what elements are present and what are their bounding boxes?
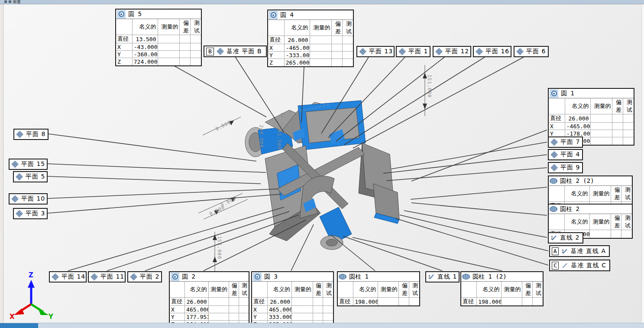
- title-bar: 标签: [0, 0, 644, 4]
- cylinder-icon: [462, 274, 470, 279]
- col-measured: 测量的: [158, 19, 180, 35]
- callout-plane-9[interactable]: 平面 9: [548, 162, 583, 173]
- measurement-table: 名义的测量的偏差测试 直径26.000 X465.000 Y333.000 Z2…: [252, 282, 333, 328]
- y-axis-arrow: [38, 309, 49, 315]
- cad-model[interactable]: Z: [245, 101, 399, 250]
- callout-title: 圆 4: [280, 11, 294, 19]
- callout-label: 基准 平面 B: [227, 48, 262, 55]
- plane-icon: [516, 48, 524, 55]
- slash-line-icon: [561, 262, 568, 269]
- callout-plane-12[interactable]: 平面 12: [433, 46, 471, 57]
- left-panel-edge[interactable]: [0, 4, 3, 323]
- callout-circle-3[interactable]: 圆 3 名义的测量的偏差测试 直径26.000 X465.000 Y333.00…: [251, 271, 334, 328]
- callout-label: 直线 1: [437, 273, 457, 281]
- callout-title: 圆柱 2: [560, 205, 579, 213]
- callout-label: 平面 1: [408, 48, 428, 55]
- dim-151-top: 151.000: [427, 75, 432, 97]
- plane-icon: [550, 151, 558, 159]
- cylinder-icon: [550, 206, 557, 212]
- callout-plane-6[interactable]: 平面 6: [514, 46, 549, 57]
- value-x: -43.000: [132, 43, 158, 51]
- callout-plane-15[interactable]: 平面 15: [9, 159, 48, 170]
- plane-icon: [550, 164, 558, 172]
- callout-line-1[interactable]: 直线 1: [425, 271, 460, 283]
- callout-plane-3[interactable]: 平面 3: [13, 208, 48, 219]
- col-nominal: 名义的: [132, 19, 158, 35]
- cylinder-icon: [339, 274, 346, 279]
- callout-plane-4[interactable]: 平面 4: [548, 149, 583, 160]
- plane-icon: [359, 48, 366, 55]
- plane-icon: [398, 48, 406, 55]
- application-window: 标签: [0, 0, 644, 328]
- callout-label: 平面 9: [560, 164, 580, 172]
- callout-label: 平面 12: [445, 48, 469, 55]
- callout-plane-8[interactable]: 平面 8: [13, 129, 49, 140]
- axis-triad: Z X Y: [9, 271, 54, 320]
- datum-letter-box: B: [206, 48, 214, 55]
- z-axis-arrow: [28, 280, 35, 288]
- callout-label: 平面 5: [26, 173, 45, 181]
- callout-plane-5[interactable]: 平面 5: [13, 171, 48, 182]
- tab-icon: [9, 0, 11, 3]
- callout-label: 平面 4: [560, 151, 580, 159]
- callout-label: 平面 10: [21, 195, 45, 203]
- col-deviation: 偏差: [180, 19, 191, 35]
- circle-icon: [117, 10, 126, 19]
- callout-label: 基准 直线 A: [571, 247, 606, 255]
- plane-icon: [16, 210, 23, 218]
- callout-line-2[interactable]: 直线 2: [548, 232, 583, 244]
- plane-icon: [91, 273, 98, 281]
- dim-0-low: 0.000: [208, 205, 226, 217]
- callout-plane-1[interactable]: 平面 1: [396, 46, 430, 57]
- callout-datum-line-a[interactable]: A 基准 直线 A: [549, 245, 610, 257]
- callout-cylinder-1-2[interactable]: 圆柱 1 (2) 名义的测量的偏差测试 直径198.000: [460, 271, 544, 306]
- callout-circle-2[interactable]: 圆 2 名义的测量的偏差测试 直径26.000 X465.000 Y177.95…: [169, 271, 249, 328]
- callout-plane-2[interactable]: 平面 2: [127, 271, 162, 283]
- callout-circle-5[interactable]: 圆 5 名义的测量的偏差测试 直径13.500 X-43.000 Y-360.0…: [115, 9, 202, 66]
- dim-0-top: 0.000: [214, 120, 232, 132]
- callout-title: 圆柱 1 (2): [472, 273, 507, 281]
- plane-icon: [476, 48, 483, 55]
- callout-circle-4[interactable]: 圆 4 名义的测量的偏差测试 直径26.000 X-465.000 Y-333.…: [267, 10, 354, 67]
- callout-title: 圆 2: [182, 273, 195, 281]
- cylinder-icon: [550, 178, 557, 184]
- callout-plane-7[interactable]: 平面 7: [548, 136, 583, 148]
- right-scrollbar[interactable]: [641, 4, 644, 323]
- plane-icon: [435, 48, 443, 55]
- measurement-table: 名义的测量的偏差测试 直径26.000 X-465.000 Y-333.000 …: [268, 20, 353, 66]
- callout-cylinder-1[interactable]: 圆柱 1 名义的测量的偏差测试 直径198.000: [337, 271, 420, 306]
- measurement-table: 名义的测量的偏差测试 直径198.000: [461, 282, 543, 305]
- callout-datum-line-c[interactable]: C 基准 直线 C: [549, 260, 610, 271]
- plane-icon: [16, 131, 23, 138]
- callout-plane-14[interactable]: 平面 14: [49, 271, 87, 283]
- callout-label: 平面 2: [140, 273, 159, 281]
- line-icon: [428, 273, 435, 280]
- callout-label: 平面 7: [560, 138, 580, 146]
- callout-label: 平面 11: [100, 273, 124, 281]
- callout-label: 平面 14: [61, 273, 85, 281]
- title-bar-text: 标签: [13, 0, 21, 4]
- plane-icon: [11, 161, 19, 168]
- scrollbar-thumb[interactable]: [0, 323, 38, 328]
- callout-label: 平面 3: [26, 210, 45, 218]
- callout-plane-11[interactable]: 平面 11: [88, 271, 126, 283]
- line-icon: [550, 234, 557, 241]
- dim-341: 341.500: [276, 127, 282, 149]
- callout-datum-plane-b[interactable]: B 基准 平面 B: [204, 45, 267, 57]
- col-test: 测试: [190, 19, 201, 35]
- callout-label: 平面 8: [26, 130, 45, 138]
- callout-plane-16[interactable]: 平面 16: [473, 46, 511, 57]
- window-icon: [4, 0, 7, 3]
- line-icon: [561, 248, 568, 255]
- callout-plane-10[interactable]: 平面 10: [9, 193, 48, 205]
- x-axis-label: X: [10, 313, 15, 320]
- callout-plane-13[interactable]: 平面 13: [356, 46, 395, 57]
- callout-title: 圆 5: [128, 10, 142, 18]
- plane-icon: [550, 139, 558, 146]
- value-diameter: 13.500: [132, 35, 158, 43]
- plane-icon: [16, 173, 23, 181]
- callout-label: 平面 6: [526, 48, 546, 55]
- value-z: 724.000: [132, 58, 158, 65]
- plane-icon: [11, 195, 19, 203]
- bottom-scrollbar[interactable]: [0, 323, 644, 328]
